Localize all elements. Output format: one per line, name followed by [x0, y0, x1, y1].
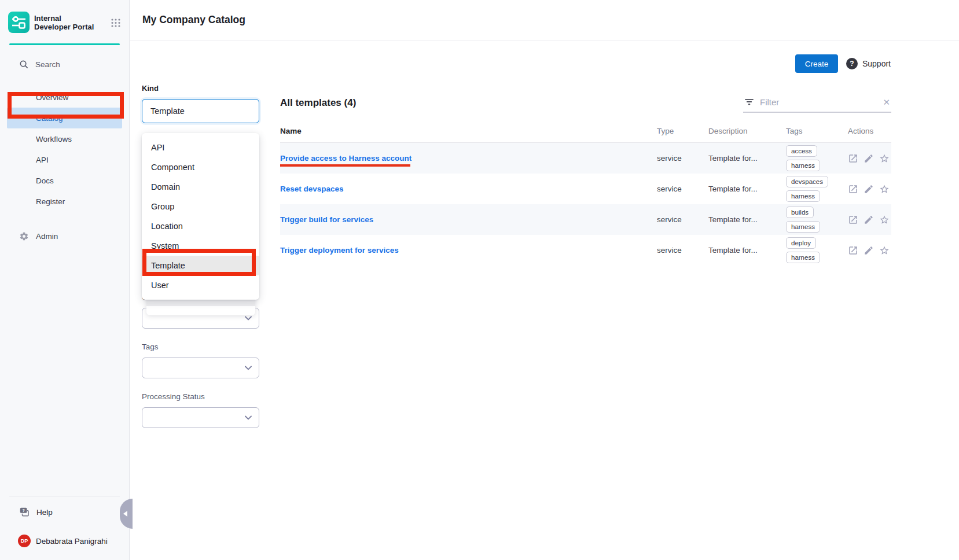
open-in-new-icon[interactable]: [848, 153, 858, 164]
processing-status-select[interactable]: [142, 407, 259, 428]
nav-label: Catalog: [36, 114, 63, 123]
kind-option-domain[interactable]: Domain: [142, 177, 259, 197]
apps-grid-icon[interactable]: [111, 17, 121, 28]
idp-logo-icon: [8, 12, 30, 33]
gear-icon: [19, 231, 29, 241]
chevron-down-icon: [245, 415, 252, 420]
option-label: System: [151, 241, 179, 250]
create-button[interactable]: Create: [795, 54, 838, 73]
tags-cell: access harness: [786, 143, 848, 174]
tags-select[interactable]: [142, 358, 259, 378]
actions-cell: [848, 184, 891, 194]
sidebar-item-register[interactable]: Register: [0, 191, 129, 212]
edit-pencil-icon[interactable]: [864, 245, 874, 256]
support-label: Support: [862, 59, 891, 68]
option-label: Component: [151, 163, 194, 172]
option-label: Group: [151, 202, 174, 211]
tag-chip: harness: [786, 252, 820, 263]
sidebar-item-api[interactable]: API: [0, 149, 129, 170]
sidebar-item-docs[interactable]: Docs: [0, 170, 129, 191]
description-cell: Template for...: [708, 246, 786, 255]
chevron-down-icon: [245, 366, 252, 370]
edit-pencil-icon[interactable]: [864, 184, 874, 194]
template-link[interactable]: Reset devspaces: [280, 185, 657, 193]
tags-cell: builds harness: [786, 204, 848, 235]
star-icon[interactable]: [879, 215, 890, 225]
table-header-row: Name Type Description Tags Actions: [280, 120, 891, 143]
filter-funnel-icon: [744, 98, 754, 106]
sidebar-item-admin[interactable]: Admin: [0, 226, 129, 246]
search-icon: [19, 60, 29, 69]
option-label: User: [151, 281, 169, 290]
logo-title: Internal Developer Portal: [34, 14, 97, 31]
table-row: Reset devspaces service Template for... …: [280, 174, 891, 204]
processing-status-label: Processing Status: [142, 392, 259, 401]
nav-label: Workflows: [36, 135, 72, 143]
help-label: Help: [36, 508, 53, 517]
nav-label: Overview: [36, 93, 68, 102]
tag-chip: devspaces: [786, 176, 828, 187]
table-row: Trigger build for services service Templ…: [280, 204, 891, 235]
tag-chip: harness: [786, 221, 820, 233]
table-top: All templates (4) ✕: [280, 93, 891, 113]
kind-option-template[interactable]: Template: [142, 256, 259, 275]
star-icon[interactable]: [879, 153, 890, 164]
kind-option-user[interactable]: User: [142, 275, 259, 295]
kind-label: Kind: [142, 84, 259, 93]
col-type: Type: [657, 127, 708, 135]
nav-label: API: [36, 156, 49, 164]
help-button[interactable]: ? Help: [0, 496, 129, 528]
edit-pencil-icon[interactable]: [864, 153, 874, 164]
type-cell: service: [657, 154, 708, 163]
kind-dropdown: API Component Domain Group Location Syst…: [142, 133, 259, 300]
edit-pencil-icon[interactable]: [864, 215, 874, 225]
support-button[interactable]: ? Support: [846, 58, 891, 69]
accent-rule: [9, 43, 120, 45]
template-link[interactable]: Provide access to Harness account: [280, 154, 657, 163]
filter-input[interactable]: [760, 97, 877, 107]
sidebar-nav: Overview Catalog Workflows API Docs Regi…: [0, 87, 129, 212]
sidebar-item-workflows[interactable]: Workflows: [0, 128, 129, 149]
tags-cell: devspaces harness: [786, 174, 848, 204]
star-icon[interactable]: [879, 184, 890, 194]
sidebar-item-overview[interactable]: Overview: [0, 87, 129, 108]
chevron-left-icon: [123, 511, 127, 517]
help-chat-icon: ?: [19, 507, 30, 517]
kind-option-api[interactable]: API: [142, 138, 259, 157]
template-link[interactable]: Trigger build for services: [280, 215, 657, 224]
option-label: Location: [151, 222, 183, 231]
kind-option-location[interactable]: Location: [142, 216, 259, 236]
tag-chip: builds: [786, 207, 814, 218]
sidebar-search[interactable]: Search: [0, 54, 129, 74]
svg-text:?: ?: [22, 508, 24, 513]
admin-label: Admin: [36, 232, 58, 241]
page-title: My Company Catalog: [142, 14, 245, 26]
col-actions: Actions: [848, 127, 891, 135]
open-in-new-icon[interactable]: [848, 245, 858, 256]
actions-cell: [848, 245, 891, 256]
star-icon[interactable]: [879, 245, 890, 256]
nav-label: Docs: [36, 176, 54, 185]
tags-cell: deploy harness: [786, 235, 848, 266]
open-in-new-icon[interactable]: [848, 184, 858, 194]
avatar: DP: [18, 535, 31, 547]
table-filter: ✕: [743, 94, 891, 113]
open-in-new-icon[interactable]: [848, 215, 858, 225]
templates-table-section: All templates (4) ✕ Name Type Descriptio…: [280, 93, 891, 266]
table-title: All templates (4): [280, 93, 356, 109]
description-cell: Template for...: [708, 215, 786, 224]
user-row[interactable]: DP Debabrata Panigrahi: [0, 528, 129, 560]
type-cell: service: [657, 185, 708, 193]
close-icon[interactable]: ✕: [883, 98, 890, 106]
type-cell: service: [657, 246, 708, 255]
table-row: Provide access to Harness account servic…: [280, 143, 891, 174]
sidebar-item-catalog[interactable]: Catalog: [7, 108, 122, 128]
actions-cell: [848, 153, 891, 164]
kind-option-group[interactable]: Group: [142, 197, 259, 216]
kind-option-system[interactable]: System: [142, 236, 259, 256]
template-link[interactable]: Trigger deployment for services: [280, 246, 657, 255]
kind-option-component[interactable]: Component: [142, 157, 259, 177]
actions-cell: [848, 215, 891, 225]
tag-chip: harness: [786, 190, 820, 202]
kind-select[interactable]: Template: [142, 99, 259, 123]
